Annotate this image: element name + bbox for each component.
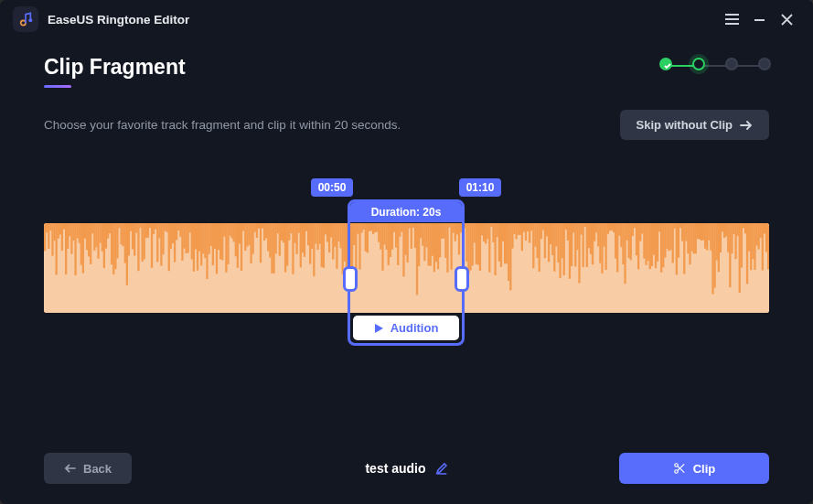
svg-rect-36 (107, 223, 109, 239)
svg-rect-371 (746, 223, 748, 284)
svg-rect-322 (653, 223, 655, 254)
svg-rect-223 (464, 223, 465, 228)
page-header: Clip Fragment (0, 38, 813, 85)
svg-rect-18 (72, 223, 74, 241)
svg-rect-69 (170, 223, 172, 249)
svg-rect-195 (411, 223, 412, 249)
back-button[interactable]: Back (44, 453, 132, 484)
selection-end-time: 01:10 (459, 178, 501, 197)
svg-rect-119 (265, 223, 267, 238)
svg-rect-172 (367, 223, 369, 252)
skip-without-clip-button[interactable]: Skip without Clip (620, 110, 769, 140)
svg-rect-9 (55, 223, 57, 274)
arrow-left-icon (64, 464, 76, 473)
app-logo (13, 6, 38, 32)
svg-rect-106 (241, 223, 242, 271)
svg-rect-30 (95, 223, 97, 247)
svg-rect-364 (733, 223, 734, 234)
svg-rect-14 (65, 223, 67, 274)
svg-rect-253 (521, 223, 523, 251)
svg-rect-298 (607, 223, 609, 234)
close-button[interactable] (773, 6, 800, 32)
svg-rect-102 (233, 223, 235, 241)
svg-rect-227 (471, 223, 473, 265)
audition-button[interactable]: Audition (353, 316, 459, 340)
svg-rect-34 (103, 223, 105, 268)
svg-rect-123 (273, 223, 274, 273)
svg-rect-225 (467, 223, 469, 273)
svg-rect-107 (242, 223, 244, 231)
svg-rect-98 (225, 223, 227, 273)
svg-rect-235 (487, 223, 488, 239)
svg-rect-66 (164, 223, 166, 231)
svg-rect-301 (613, 223, 615, 232)
svg-rect-158 (339, 223, 341, 248)
svg-rect-279 (571, 223, 572, 266)
svg-rect-185 (391, 223, 393, 250)
svg-rect-283 (578, 223, 580, 284)
svg-rect-97 (223, 223, 225, 237)
svg-rect-374 (752, 223, 754, 259)
svg-rect-70 (172, 223, 174, 243)
svg-rect-27 (90, 223, 91, 264)
svg-rect-296 (603, 223, 604, 247)
svg-rect-219 (456, 223, 458, 234)
svg-rect-334 (676, 223, 678, 274)
svg-rect-292 (595, 223, 597, 232)
svg-rect-367 (739, 223, 741, 293)
svg-rect-121 (269, 223, 271, 258)
svg-rect-240 (497, 223, 498, 237)
svg-rect-137 (300, 223, 302, 267)
svg-rect-6 (49, 223, 51, 231)
svg-rect-179 (380, 223, 381, 250)
svg-rect-344 (695, 223, 697, 253)
svg-rect-259 (532, 223, 534, 268)
svg-rect-287 (586, 223, 588, 267)
svg-point-384 (674, 470, 678, 474)
svg-rect-281 (574, 223, 576, 267)
svg-rect-139 (304, 223, 305, 257)
pencil-icon (435, 462, 448, 475)
page-title: Clip Fragment (44, 55, 186, 80)
svg-rect-205 (430, 223, 432, 266)
selection-handle-left[interactable] (343, 266, 358, 292)
svg-rect-84 (198, 223, 200, 252)
svg-rect-260 (534, 223, 536, 247)
svg-rect-168 (358, 223, 360, 269)
svg-rect-141 (307, 223, 309, 245)
svg-rect-28 (91, 223, 93, 233)
svg-rect-311 (632, 223, 634, 236)
svg-rect-41 (116, 223, 118, 258)
svg-rect-228 (474, 223, 476, 242)
minimize-button[interactable] (745, 6, 773, 32)
svg-rect-196 (412, 223, 414, 228)
edit-filename-button[interactable] (435, 462, 448, 475)
app-title: EaseUS Ringtone Editor (48, 13, 189, 27)
svg-rect-288 (588, 223, 590, 248)
svg-rect-247 (509, 223, 511, 290)
svg-rect-157 (337, 223, 339, 241)
svg-rect-152 (328, 223, 330, 252)
waveform-track[interactable] (44, 223, 769, 313)
svg-rect-278 (569, 223, 571, 279)
svg-rect-340 (687, 223, 689, 253)
svg-rect-143 (311, 223, 313, 249)
svg-rect-7 (51, 223, 53, 256)
svg-rect-336 (679, 223, 681, 228)
selection-handle-right[interactable] (455, 266, 469, 292)
svg-rect-80 (191, 223, 193, 260)
svg-rect-209 (437, 223, 439, 269)
svg-rect-29 (93, 223, 95, 251)
svg-rect-85 (200, 223, 202, 265)
menu-button[interactable] (718, 6, 745, 32)
clip-button[interactable]: Clip (619, 453, 769, 484)
svg-rect-368 (741, 223, 743, 268)
svg-rect-339 (685, 223, 687, 241)
svg-rect-108 (244, 223, 246, 251)
svg-rect-358 (722, 223, 723, 231)
svg-rect-345 (697, 223, 699, 239)
svg-rect-138 (302, 223, 304, 252)
svg-rect-37 (109, 223, 111, 233)
svg-rect-31 (97, 223, 99, 259)
svg-rect-230 (477, 223, 479, 264)
